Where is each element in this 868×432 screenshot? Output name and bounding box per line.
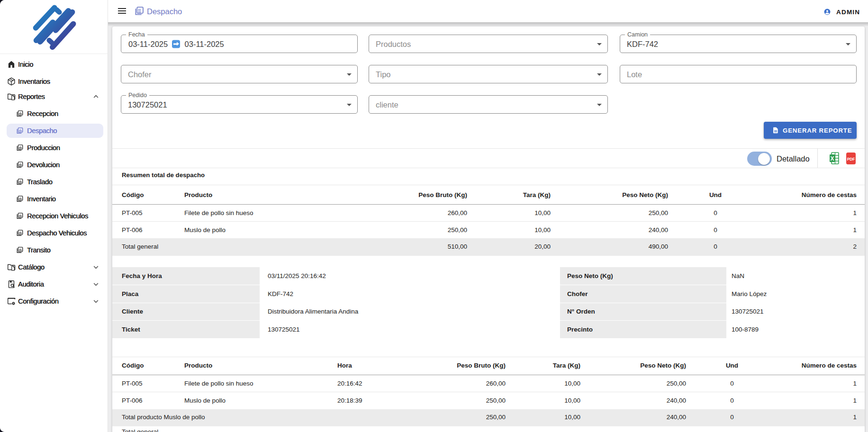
svg-text:PDF: PDF <box>847 157 855 162</box>
svg-text:X: X <box>830 155 834 162</box>
